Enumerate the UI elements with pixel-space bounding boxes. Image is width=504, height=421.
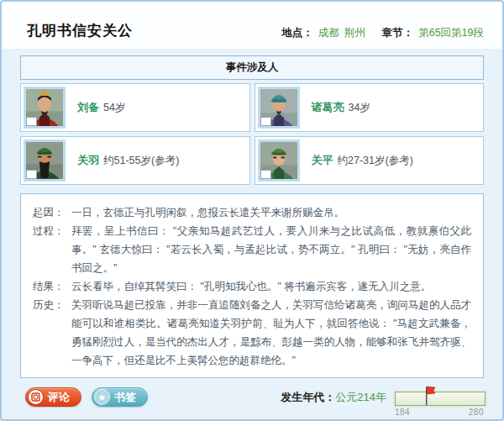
timeline-track[interactable] <box>395 392 486 406</box>
person-age: 约51-55岁(参考) <box>103 155 179 166</box>
section-result-text: 云长看毕，自绰其髯笑曰： "孔明知我心也。" 将书遍示宾客，遂无入川之意。 <box>71 277 471 296</box>
portrait-checkbox[interactable] <box>260 170 271 179</box>
person-info: 关羽约51-55岁(参考) <box>77 153 179 168</box>
chapter-label: 章节： <box>382 26 414 40</box>
person-name: 关平 <box>312 154 333 166</box>
page-header: 孔明书信安关公 地点： 成都 荆州 章节： 第65回第19段 <box>2 2 502 49</box>
section-history-label: 历史： <box>33 296 71 370</box>
person-info: 关平约27-31岁(参考) <box>312 153 413 168</box>
section-process-label: 过程： <box>33 222 71 277</box>
people-panel: 事件涉及人 刘备54岁 <box>20 55 484 185</box>
footer-bar: 评论 ★ 书签 发生年代： 公元214年 184 280 <box>2 378 502 415</box>
liubei-portrait[interactable] <box>24 87 66 129</box>
person-card-liubei[interactable]: 刘备54岁 <box>20 83 250 132</box>
event-year-group: 发生年代： 公元214年 184 280 <box>281 390 486 415</box>
year-value: 公元214年 <box>335 390 386 405</box>
section-result-label: 结果： <box>33 277 71 296</box>
comment-button-label: 评论 <box>48 390 70 405</box>
person-name: 诸葛亮 <box>312 101 344 113</box>
person-age: 54岁 <box>103 102 125 113</box>
section-cause: 起因： 一日，玄德正与孔明闲叙，忽报云长遣关平来谢所赐金帛。 <box>33 203 471 222</box>
bookmark-button-label: 书签 <box>114 390 136 405</box>
timeline-flag-marker[interactable] <box>423 385 437 407</box>
section-cause-label: 起因： <box>33 203 71 222</box>
section-process-text: 拜罢，呈上书信曰： "父亲知马超武艺过人，要入川来与之比试高低，教就禀伯父此事。… <box>71 222 471 277</box>
people-panel-title: 事件涉及人 <box>20 55 484 80</box>
guanyu-portrait[interactable] <box>24 139 66 182</box>
section-history: 历史： 关羽听说马超已投靠，并非一直追随刘备之人，关羽写信给诸葛亮，询问马超的人… <box>33 296 471 370</box>
person-name: 关羽 <box>77 154 99 166</box>
event-detail-panel: 起因： 一日，玄德正与孔明闲叙，忽报云长遣关平来谢所赐金帛。 过程： 拜罢，呈上… <box>20 193 484 378</box>
comment-icon <box>28 389 44 405</box>
person-info: 刘备54岁 <box>77 100 125 115</box>
event-meta: 地点： 成都 荆州 章节： 第65回第19段 <box>281 26 484 40</box>
timeline-max-label: 280 <box>469 408 484 417</box>
location-link-chengdu[interactable]: 成都 <box>318 26 339 40</box>
timeline-slider[interactable]: 184 280 <box>395 388 486 415</box>
person-card-guanyu[interactable]: 关羽约51-55岁(参考) <box>20 136 250 185</box>
section-cause-text: 一日，玄德正与孔明闲叙，忽报云长遣关平来谢所赐金帛。 <box>71 203 471 222</box>
person-card-guanping[interactable]: 关平约27-31岁(参考) <box>255 136 485 185</box>
person-age: 约27-31岁(参考) <box>338 155 413 166</box>
person-info: 诸葛亮34岁 <box>312 100 370 115</box>
person-age: 34岁 <box>349 102 370 113</box>
person-name: 刘备 <box>77 101 99 113</box>
portrait-checkbox[interactable] <box>26 170 37 179</box>
zhugeliang-portrait[interactable] <box>258 87 300 129</box>
portrait-checkbox[interactable] <box>260 117 271 126</box>
page-title: 孔明书信安关公 <box>27 21 133 40</box>
location-link-jingzhou[interactable]: 荆州 <box>344 26 365 40</box>
portrait-checkbox[interactable] <box>26 117 37 126</box>
location-label: 地点： <box>281 26 313 40</box>
chapter-link[interactable]: 第65回第19段 <box>418 26 484 40</box>
section-history-text: 关羽听说马超已投靠，并非一直追随刘备之人，关羽写信给诸葛亮，询问马超的人品才能可… <box>71 296 471 370</box>
guanping-portrait[interactable] <box>258 139 300 182</box>
comment-button[interactable]: 评论 <box>25 387 81 407</box>
year-label: 发生年代： <box>281 390 335 405</box>
star-icon: ★ <box>94 389 110 405</box>
bookmark-button[interactable]: ★ 书签 <box>92 387 148 407</box>
section-result: 结果： 云长看毕，自绰其髯笑曰： "孔明知我心也。" 将书遍示宾客，遂无入川之意… <box>33 277 471 296</box>
people-grid: 刘备54岁 诸葛亮34岁 <box>20 83 484 185</box>
timeline-min-label: 184 <box>395 408 410 417</box>
section-process: 过程： 拜罢，呈上书信曰： "父亲知马超武艺过人，要入川来与之比试高低，教就禀伯… <box>33 222 471 277</box>
person-card-zhugeliang[interactable]: 诸葛亮34岁 <box>255 83 485 132</box>
